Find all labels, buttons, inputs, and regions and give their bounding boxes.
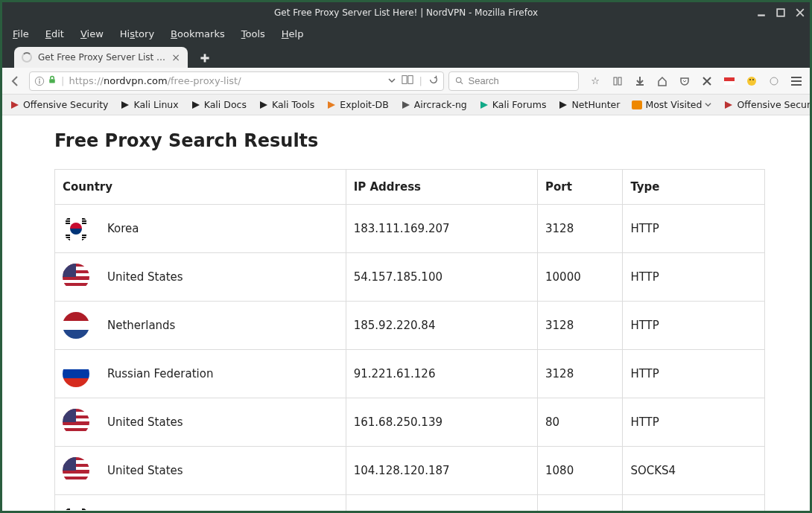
- svg-point-12: [747, 77, 756, 86]
- bookmark-icon: [401, 100, 411, 110]
- svg-rect-8: [614, 77, 617, 85]
- library-icon[interactable]: [612, 75, 624, 87]
- window-title: Get Free Proxy Server List Here! | NordV…: [2, 7, 810, 18]
- pocket-icon[interactable]: [679, 75, 691, 87]
- table-row: Korea183.111.169.2033128HTTP: [55, 495, 765, 512]
- back-button[interactable]: [7, 72, 25, 90]
- col-type: Type: [623, 170, 765, 205]
- svg-rect-4: [49, 79, 55, 83]
- flag-icon: [63, 264, 89, 290]
- bookmark-most-visited-8[interactable]: Most Visited: [632, 99, 711, 110]
- svg-point-2: [39, 78, 40, 80]
- ip-cell: 104.128.120.187: [346, 447, 537, 495]
- addon-icon-2[interactable]: [746, 75, 758, 87]
- country-name: United States: [107, 464, 183, 477]
- reader-mode-icon[interactable]: [402, 74, 413, 87]
- bookmark-icon: [632, 100, 642, 110]
- port-cell: 3128: [538, 205, 623, 253]
- menu-help[interactable]: Help: [282, 28, 304, 39]
- menu-tools[interactable]: Tools: [241, 28, 265, 39]
- url-bar[interactable]: | https://nordvpn.com/free-proxy-list/ |: [29, 71, 444, 91]
- table-row: Netherlands185.92.220.843128HTTP: [55, 302, 765, 350]
- svg-rect-6: [407, 76, 412, 84]
- type-cell: HTTP: [623, 205, 765, 253]
- bookmark-icon: [558, 100, 568, 110]
- menu-file[interactable]: File: [13, 28, 29, 39]
- svg-rect-10: [724, 77, 735, 81]
- port-cell: 3128: [538, 495, 623, 512]
- menu-button[interactable]: [790, 75, 802, 87]
- type-cell: HTTP: [623, 398, 765, 447]
- page-content: Free Proxy Search Results CountryIP Addr…: [2, 115, 810, 511]
- search-box[interactable]: [448, 71, 579, 91]
- flag-icon: [63, 360, 89, 387]
- svg-rect-0: [777, 9, 784, 16]
- menu-edit[interactable]: Edit: [45, 28, 64, 39]
- identity-block[interactable]: [34, 75, 57, 86]
- port-cell: 80: [538, 398, 623, 447]
- bookmark-exploit-db-4[interactable]: Exploit-DB: [326, 99, 388, 110]
- col-country: Country: [55, 170, 346, 205]
- svg-rect-11: [724, 81, 735, 85]
- table-row: Korea183.111.169.2073128HTTP: [55, 205, 765, 253]
- country-name: Netherlands: [107, 319, 175, 332]
- home-icon[interactable]: [656, 75, 668, 87]
- reload-button[interactable]: [428, 74, 439, 87]
- downloads-icon[interactable]: [634, 75, 646, 87]
- bookmark-star-icon[interactable]: ☆: [589, 75, 601, 87]
- bookmarks-toolbar: Offensive SecurityKali LinuxKali DocsKal…: [2, 95, 810, 115]
- url-text: https://nordvpn.com/free-proxy-list/: [69, 75, 383, 86]
- new-tab-button[interactable]: [195, 50, 215, 66]
- lock-icon: [48, 75, 57, 86]
- bookmark-kali-linux-1[interactable]: Kali Linux: [120, 99, 178, 110]
- noscript-icon[interactable]: [701, 75, 713, 87]
- window-maximize-button[interactable]: [774, 6, 787, 19]
- tab-close-button[interactable]: ×: [171, 51, 180, 63]
- bookmark-icon: [723, 100, 734, 110]
- bookmark-offensive-security-0[interactable]: Offensive Security: [10, 99, 108, 110]
- svg-rect-5: [402, 76, 406, 84]
- tab-title: Get Free Proxy Server List …: [38, 52, 165, 63]
- type-cell: HTTP: [623, 253, 765, 302]
- info-icon: [34, 76, 45, 86]
- col-port: Port: [538, 170, 623, 205]
- flag-icon: [63, 215, 89, 242]
- ip-cell: 183.111.169.203: [346, 495, 537, 512]
- addon-icon-3[interactable]: [768, 75, 780, 87]
- bookmark-kali-tools-3[interactable]: Kali Tools: [258, 99, 314, 110]
- window-minimize-button[interactable]: [755, 6, 768, 19]
- menu-history[interactable]: History: [120, 28, 154, 39]
- window-close-button[interactable]: [793, 6, 807, 19]
- svg-point-14: [752, 79, 754, 80]
- table-row: Russian Federation91.221.61.1263128HTTP: [55, 350, 765, 398]
- port-cell: 3128: [538, 302, 623, 350]
- bookmark-aircrack-ng-5[interactable]: Aircrack-ng: [401, 99, 467, 110]
- svg-rect-16: [632, 101, 642, 109]
- bookmark-offensive-security-9[interactable]: Offensive Security: [723, 99, 810, 110]
- search-input[interactable]: [469, 75, 572, 86]
- svg-point-7: [456, 77, 460, 82]
- menu-bookmarks[interactable]: Bookmarks: [171, 28, 225, 39]
- port-cell: 1080: [538, 447, 623, 495]
- type-cell: HTTP: [623, 495, 765, 512]
- menubar: FileEditViewHistoryBookmarksToolsHelp: [2, 23, 810, 44]
- bookmark-kali-forums-6[interactable]: Kali Forums: [479, 99, 547, 110]
- ip-cell: 54.157.185.100: [346, 253, 537, 302]
- bookmark-icon: [191, 100, 201, 110]
- port-cell: 3128: [538, 350, 623, 398]
- tabstrip: Get Free Proxy Server List … ×: [2, 44, 810, 68]
- flag-icon: [63, 312, 89, 339]
- loading-spinner-icon: [22, 52, 32, 63]
- menu-view[interactable]: View: [80, 28, 104, 39]
- table-row: United States54.157.185.10010000HTTP: [55, 253, 765, 302]
- bookmark-icon: [120, 100, 130, 110]
- addon-icon-1[interactable]: [723, 75, 735, 87]
- ip-cell: 183.111.169.207: [346, 205, 537, 253]
- browser-tab[interactable]: Get Free Proxy Server List … ×: [14, 47, 188, 68]
- bookmark-kali-docs-2[interactable]: Kali Docs: [191, 99, 247, 110]
- type-cell: HTTP: [623, 350, 765, 398]
- dropdown-history-icon[interactable]: [388, 75, 396, 86]
- flag-icon: [63, 457, 89, 484]
- svg-rect-9: [618, 77, 621, 85]
- bookmark-nethunter-7[interactable]: NetHunter: [558, 99, 620, 110]
